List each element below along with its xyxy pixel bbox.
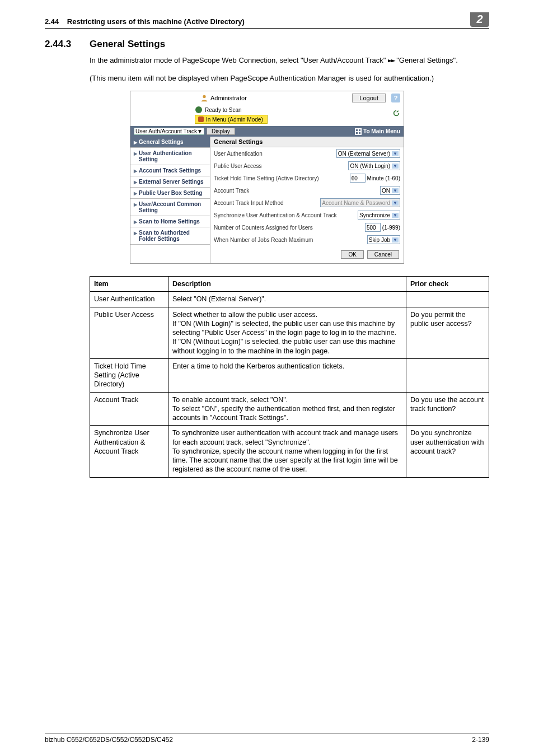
ready-label: Ready to Scan [205, 107, 242, 113]
jobs-max-label: When Number of Jobs Reach Maximum [214, 237, 364, 243]
administrator-icon [200, 94, 208, 102]
description-table: Item Description Prior check User Authen… [90, 276, 489, 478]
table-row: Account Track To enable account track, s… [90, 392, 489, 426]
wrench-icon [198, 116, 204, 123]
sidebar-item-general-settings[interactable]: ▶General Settings [130, 137, 210, 148]
table-cell-desc: To synchronize user authentication with … [168, 426, 406, 477]
table-cell-item: Synchronize User Authentication & Accoun… [90, 426, 168, 477]
table-row: Public User Access Select whether to all… [90, 307, 489, 358]
section-heading: 2.44.3 General Settings [45, 39, 489, 50]
table-row: Ticket Hold Time Setting (Active Directo… [90, 358, 489, 392]
sidebar-item-external-server-settings[interactable]: ▶External Server Settings [130, 176, 210, 188]
sidebar-item-public-user-box-setting[interactable]: ▶Public User Box Setting [130, 188, 210, 199]
svg-point-0 [203, 95, 205, 98]
running-header: 2.44 Restricting users of this machine (… [45, 16, 489, 29]
table-cell-desc: Select whether to allow the public user … [168, 307, 406, 358]
header-section-ref: 2.44 [45, 17, 59, 26]
account-input-method-select: Account Name & Password▼ [320, 198, 400, 207]
table-cell-item: Account Track [90, 392, 168, 426]
intro-paragraph-2: (This menu item will not be displayed wh… [90, 73, 489, 83]
sidebar-item-scan-to-home[interactable]: ▶Scan to Home Settings [130, 216, 210, 227]
ticket-hold-label: Ticket Hold Time Setting (Active Directo… [214, 175, 346, 181]
embedded-screenshot: Administrator Logout ? Ready to Scan In … [130, 91, 404, 264]
svg-rect-4 [356, 129, 358, 131]
double-arrow-icon: ►► [388, 56, 395, 64]
table-header-item: Item [90, 277, 168, 292]
heading-title: General Settings [90, 39, 165, 50]
footer-page-number: 2-139 [472, 736, 489, 744]
user-auth-label: User Authentication [214, 151, 333, 157]
chapter-badge: 2 [470, 12, 489, 27]
table-cell-prior: Do you synchronize user authentication w… [406, 426, 489, 477]
sidebar-item-user-auth-setting[interactable]: ▶User Authentication Setting [130, 148, 210, 165]
in-menu-banner: In Menu (Admin Mode) [195, 115, 268, 124]
logout-button[interactable]: Logout [352, 94, 386, 102]
svg-rect-2 [198, 116, 204, 122]
table-cell-item: User Authentication [90, 292, 168, 307]
ready-icon [195, 106, 203, 114]
counters-label: Number of Counters Assigned for Users [214, 225, 362, 231]
display-button[interactable]: Display [207, 128, 235, 135]
to-main-menu-link[interactable]: To Main Menu [355, 128, 400, 135]
pane-title: General Settings [210, 137, 404, 147]
administrator-label: Administrator [210, 95, 247, 101]
cancel-button[interactable]: Cancel [367, 250, 399, 259]
tab-select[interactable]: User Auth/Account Track▼ [134, 128, 204, 135]
table-cell-desc: To enable account track, select "ON". To… [168, 392, 406, 426]
svg-rect-5 [359, 129, 360, 131]
table-cell-prior: Do you permit the public user access? [406, 307, 489, 358]
table-cell-desc: Select "ON (External Server)". [168, 292, 406, 307]
public-access-select[interactable]: ON (With Login)▼ [348, 161, 400, 170]
refresh-icon[interactable] [392, 109, 400, 117]
ticket-hold-input[interactable]: 60 [350, 174, 366, 183]
table-row: User Authentication Select "ON (External… [90, 292, 489, 307]
footer-model: bizhub C652/C652DS/C552/C552DS/C452 [45, 736, 173, 744]
user-auth-select[interactable]: ON (External Server)▼ [336, 149, 400, 158]
sidebar-item-user-account-common[interactable]: ▶User/Account Common Setting [130, 199, 210, 216]
help-icon[interactable]: ? [391, 94, 400, 102]
table-cell-prior [406, 292, 489, 307]
account-track-label: Account Track [214, 188, 377, 194]
table-cell-item: Public User Access [90, 307, 168, 358]
table-cell-item: Ticket Hold Time Setting (Active Directo… [90, 358, 168, 392]
header-section-title: Restricting users of this machine (Activ… [67, 17, 245, 26]
svg-rect-7 [359, 132, 360, 134]
synchronize-select[interactable]: Synchronize▼ [358, 211, 400, 220]
public-access-label: Public User Access [214, 163, 345, 169]
jobs-max-select[interactable]: Skip Job▼ [367, 235, 400, 244]
page-footer: bizhub C652/C652DS/C552/C552DS/C452 2-13… [45, 734, 489, 744]
sidebar-item-scan-to-authorized-folder[interactable]: ▶Scan to Authorized Folder Settings [130, 227, 210, 245]
counters-suffix: (1-999) [382, 225, 400, 231]
table-cell-desc: Enter a time to hold the Kerberos authen… [168, 358, 406, 392]
counters-input[interactable]: 500 [365, 223, 381, 232]
table-cell-prior: Do you use the account track function? [406, 392, 489, 426]
account-input-method-label: Account Track Input Method [214, 200, 317, 206]
svg-rect-3 [355, 128, 362, 135]
ok-button[interactable]: OK [341, 250, 363, 259]
svg-point-1 [195, 106, 202, 113]
intro-paragraph-1: In the administrator mode of PageScope W… [90, 55, 489, 66]
screenshot-sidebar: ▶General Settings ▶User Authentication S… [130, 137, 210, 263]
table-row: Synchronize User Authentication & Accoun… [90, 426, 489, 477]
synchronize-label: Synchronize User Authentication & Accoun… [214, 212, 354, 218]
to-main-icon [355, 128, 362, 135]
svg-rect-6 [356, 132, 358, 134]
table-header-description: Description [168, 277, 406, 292]
table-header-prior-check: Prior check [406, 277, 489, 292]
heading-number: 2.44.3 [45, 39, 90, 50]
table-cell-prior [406, 358, 489, 392]
ticket-hold-suffix: Minute (1-60) [367, 175, 400, 181]
sidebar-item-account-track-settings[interactable]: ▶Account Track Settings [130, 165, 210, 176]
account-track-select[interactable]: ON▼ [380, 186, 400, 195]
